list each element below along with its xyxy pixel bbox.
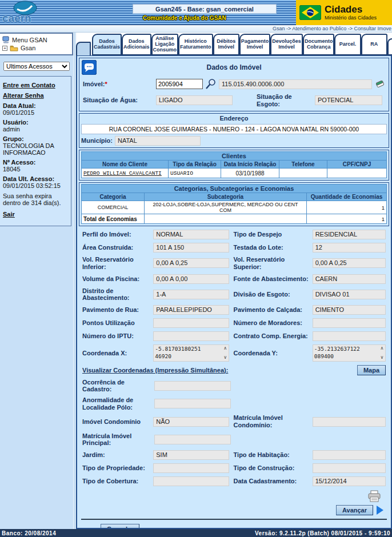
- ministry-subtitle: Ministério das Cidades: [325, 15, 377, 21]
- perfil-imovel-label: Perfil do Imóvel:: [82, 231, 153, 238]
- pavimento-calcada-label: Pavimento de Calçada:: [234, 306, 313, 314]
- contrato-comp-energia-field: [313, 331, 386, 341]
- tab-documento-cobranca[interactable]: Documento Cobrança: [303, 34, 335, 55]
- tab-debitos-imovel[interactable]: Débitos Imóvel: [213, 34, 239, 55]
- vol-reservatorio-inferior-label: Vol. Reservatório Inferior:: [82, 256, 153, 270]
- categoria-row: COMERCIAL 202-LOJA,SOBRE-LOJA,SUPERMERC,…: [82, 201, 387, 214]
- top-header: caern Gsan245 - Base: gsan_comercial Com…: [0, 0, 392, 25]
- pavimento-rua-field: PARALELEPIPEDO: [153, 305, 229, 315]
- data-cadastramento-field: 15/12/2014: [313, 476, 386, 486]
- search-icon[interactable]: [205, 78, 217, 90]
- field-row: Perfil do Imóvel: NORMAL Tipo de Despejo…: [79, 228, 389, 241]
- cancelar-button[interactable]: Cancelar: [101, 524, 139, 529]
- anormalidade-localidade-label: Anormalidade de Localidade Pólo:: [82, 396, 154, 411]
- forward-arrow-icon[interactable]: [377, 506, 383, 515]
- imovel-input[interactable]: [156, 79, 203, 89]
- last-access-select[interactable]: Ultimos Acessos: [3, 62, 70, 71]
- field-row: Área Construída: 101 A 150 Testada do Lo…: [79, 241, 389, 254]
- situacao-esgoto-label: Situação de Esgoto:: [257, 93, 311, 107]
- situacao-agua-field: LIGADO: [156, 95, 233, 105]
- sidebar-tree-item-gsan[interactable]: + Gsan: [2, 44, 71, 52]
- spin-down-icon[interactable]: ∨: [379, 355, 385, 360]
- menu-gsan-label: Menu GSAN: [12, 37, 47, 43]
- numero-iptu-field: [153, 331, 229, 341]
- user-value: admin: [3, 126, 69, 133]
- cliente-row: PEDRO WILLIAN CAVALCANTI USUARIO 03/10/1…: [82, 169, 387, 178]
- col-tipo-relacao: Tipo da Relação: [169, 161, 221, 169]
- current-date-label: Data Atual:: [3, 102, 69, 109]
- footer-banco: Banco: 20/08/2014: [2, 530, 56, 536]
- tab-devolucoes-imovel[interactable]: Devoluções Imóvel: [270, 34, 303, 55]
- col-telefone: Telefone: [279, 161, 327, 169]
- coordenada-y-field[interactable]: -35.2132637122 089400 ∧∨: [313, 344, 386, 362]
- tab-historico-faturamento[interactable]: Histórico Faturamento: [178, 34, 213, 55]
- spin-up-icon[interactable]: ∧: [379, 346, 385, 351]
- distrito-abastecimento-label: Distrito de Abastecimento:: [82, 287, 153, 302]
- required-mark: *: [105, 81, 107, 87]
- pontos-utilizacao-field: [153, 318, 229, 328]
- field-row: Imóvel Condomínio NÃO Matrícula Imóvel C…: [79, 412, 389, 430]
- contrato-comp-energia-label: Contrato Comp. Energia:: [234, 332, 313, 340]
- volume-piscina-field: 0,00 A 0,00: [153, 274, 229, 284]
- tab-parcel[interactable]: Parcel.: [334, 34, 361, 55]
- total-economias-value: 1: [307, 214, 387, 224]
- tab-dados-adicionais[interactable]: Dados Adicionais: [122, 34, 151, 55]
- logout-link[interactable]: Sair: [3, 211, 69, 218]
- matricula-imovel-condominio-field: [313, 417, 386, 427]
- tipo-construcao-field: [313, 463, 386, 473]
- tab-ra[interactable]: RA: [361, 34, 387, 55]
- menu-gsan-title[interactable]: Menu GSAN: [2, 35, 71, 44]
- footer: Banco: 20/08/2014 Versão: 9.2.11.2p (Bat…: [0, 529, 392, 537]
- field-row: Ocorrência de Cadastro:: [79, 377, 389, 395]
- field-row: Distrito de Abastecimento: 1-A Divisão d…: [79, 286, 389, 303]
- inscricao-field: 115.015.490.0006.000: [219, 79, 372, 89]
- area-construida-field: 101 A 150: [153, 243, 229, 253]
- visualizar-coordenadas-link[interactable]: Visualizar Coordenadas (Impressão Simult…: [82, 367, 228, 374]
- caern-logo: caern: [0, 0, 86, 25]
- tree-expand-icon[interactable]: +: [2, 46, 7, 51]
- cliente-nome-link[interactable]: PEDRO WILLIAN CAVALCANTI: [82, 169, 169, 178]
- field-row: Anormalidade de Localidade Pólo:: [79, 395, 389, 412]
- coordenada-x-field[interactable]: -5.81703180251 46920 ∧∨: [153, 344, 229, 362]
- form-title: Dados do Imóvel: [79, 63, 389, 71]
- section-endereco: Endereço RUA CORONEL JOSE GUIMARAES - NU…: [79, 113, 389, 148]
- cliente-tipo: USUARIO: [169, 169, 221, 178]
- ocorrencia-cadastro-label: Ocorrência de Cadastro:: [82, 379, 154, 393]
- ministry-name: Cidades: [325, 5, 377, 14]
- field-row: Pavimento de Rua: PARALELEPIPEDO Pavimen…: [79, 303, 389, 316]
- tab-dados-cadastrais[interactable]: Dados Cadastrais: [92, 34, 122, 55]
- coordenada-y-label: Coordenada Y:: [234, 350, 313, 357]
- subcategoria-value: 202-LOJA,SOBRE-LOJA,SUPERMERC, MERCADO O…: [145, 201, 307, 214]
- change-password-link[interactable]: Alterar Senha: [3, 92, 69, 99]
- field-row: Matrícula Imóvel Principal:: [79, 431, 389, 448]
- current-date-value: 09/01/2015: [3, 109, 69, 116]
- categoria-value: COMERCIAL: [82, 201, 145, 214]
- spin-down-icon[interactable]: ∨: [222, 355, 229, 360]
- contact-link[interactable]: Entre em Contato: [3, 82, 69, 89]
- cliente-telefone: [279, 169, 327, 178]
- mapa-button[interactable]: Mapa: [357, 365, 386, 375]
- eraser-icon[interactable]: [375, 79, 385, 89]
- tab-pagamento-imovel[interactable]: Pagamento Imóvel: [239, 34, 271, 55]
- tab-analise-ligacao-consumo[interactable]: Análise Ligação Consumo: [151, 34, 179, 55]
- community-help-link[interactable]: Comunidade e Ajuda do GSAN: [143, 15, 226, 21]
- avancar-button[interactable]: Avançar: [336, 505, 373, 515]
- divisao-esgoto-field: DIVISAO 01: [313, 290, 386, 299]
- folder-icon: [10, 45, 18, 51]
- tree-item-label: Gsan: [21, 45, 35, 51]
- jardim-label: Jardim:: [82, 451, 153, 459]
- spin-up-icon[interactable]: ∧: [222, 346, 229, 351]
- matricula-imovel-principal-label: Matrícula Imóvel Principal:: [82, 432, 154, 447]
- pontos-utilizacao-label: Pontos Utilização: [82, 319, 153, 327]
- computer-icon: [2, 36, 10, 43]
- ocorrencia-cadastro-field: [154, 381, 231, 391]
- tab-partial[interactable]: [387, 38, 392, 55]
- access-number-label: Nº Acesso:: [3, 159, 69, 166]
- distrito-abastecimento-field: 1-A: [153, 290, 229, 299]
- municipio-field: NATAL: [115, 136, 201, 146]
- svg-text:caern: caern: [2, 12, 31, 24]
- print-icon[interactable]: [367, 490, 381, 503]
- clientes-title: Clientes: [81, 151, 387, 160]
- breadcrumb: Gsan -> Atendimento ao Publico -> Consul…: [273, 26, 391, 31]
- endereco-field: RUA CORONEL JOSE GUIMARAES - NUMERO - 12…: [81, 124, 387, 134]
